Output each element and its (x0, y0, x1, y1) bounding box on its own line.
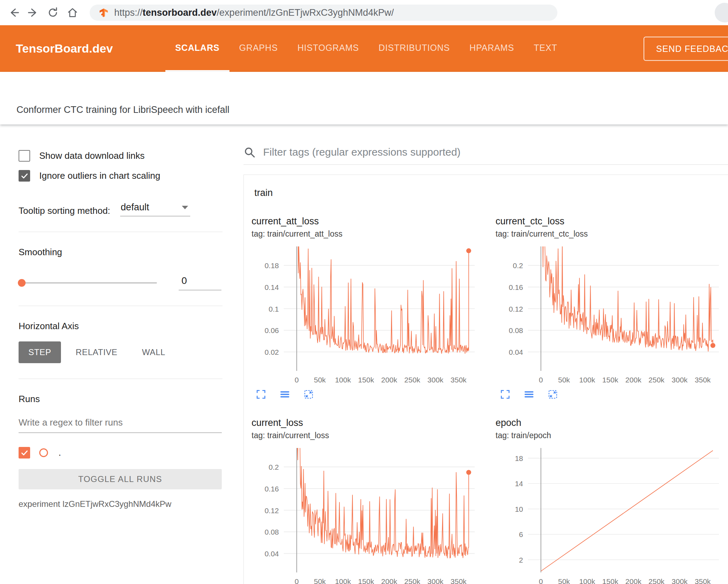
chart-cell-current-ctc-loss: current_ctc_loss tag: train/current_ctc_… (496, 216, 728, 401)
svg-text:250k: 250k (404, 376, 420, 384)
toggle-y-axis-icon[interactable] (524, 389, 534, 401)
top-nav: SCALARS GRAPHS HISTOGRAMS DISTRIBUTIONS … (165, 25, 567, 72)
svg-text:50k: 50k (558, 577, 570, 584)
ignore-outliers-checkbox[interactable] (19, 170, 30, 182)
url-text: https://tensorboard.dev/experiment/lzGnE… (114, 7, 394, 18)
chart-toolbar (252, 389, 485, 401)
svg-text:0.12: 0.12 (509, 305, 523, 313)
svg-text:0.2: 0.2 (513, 262, 523, 270)
svg-text:200k: 200k (625, 376, 641, 384)
svg-text:0: 0 (539, 577, 543, 584)
axis-relative-button[interactable]: RELATIVE (66, 341, 127, 363)
svg-text:0.14: 0.14 (265, 283, 279, 291)
tooltip-sort-label: Tooltip sorting method: (19, 205, 110, 216)
svg-text:0.18: 0.18 (265, 262, 279, 270)
svg-text:0.16: 0.16 (509, 283, 523, 291)
toggle-all-runs-button[interactable]: TOGGLE ALL RUNS (19, 469, 222, 489)
expand-chart-icon[interactable] (256, 389, 266, 401)
experiment-title-bar: Conformer CTC training for LibriSpeech w… (0, 72, 728, 124)
train-section-card: train current_att_loss tag: train/curren… (243, 175, 728, 584)
svg-text:14: 14 (515, 480, 523, 488)
reload-icon[interactable] (45, 5, 61, 21)
svg-text:0.08: 0.08 (509, 326, 523, 334)
slider-thumb[interactable] (18, 279, 26, 287)
tab-scalars[interactable]: SCALARS (165, 25, 229, 72)
line-chart-current-loss[interactable]: 0.040.080.120.160.2050k100k150k200k250k3… (252, 446, 481, 584)
chart-tag: tag: train/current_ctc_loss (496, 229, 728, 239)
tab-text[interactable]: TEXT (524, 25, 567, 72)
svg-text:150k: 150k (602, 376, 618, 384)
sidebar-divider (19, 306, 222, 306)
tab-histograms[interactable]: HISTOGRAMS (288, 25, 369, 72)
svg-text:350k: 350k (695, 376, 711, 384)
chevron-down-icon (182, 206, 188, 209)
svg-text:100k: 100k (579, 376, 595, 384)
smoothing-label: Smoothing (19, 247, 226, 258)
app-header: TensorBoard.dev SCALARS GRAPHS HISTOGRAM… (0, 25, 728, 72)
show-download-links-checkbox[interactable] (19, 150, 30, 162)
svg-text:100k: 100k (579, 577, 595, 584)
filter-tags-input[interactable]: Filter tags (regular expressions support… (243, 146, 728, 165)
line-chart-current-att-loss[interactable]: 0.020.060.10.140.18050k100k150k200k250k3… (252, 244, 481, 386)
experiment-title: Conformer CTC training for LibriSpeech w… (16, 104, 229, 115)
filter-tags-placeholder: Filter tags (regular expressions support… (263, 146, 461, 158)
check-icon (20, 172, 29, 180)
svg-text:250k: 250k (648, 577, 665, 584)
svg-text:350k: 350k (695, 577, 711, 584)
svg-text:300k: 300k (427, 376, 444, 384)
toggle-y-axis-icon[interactable] (280, 389, 290, 401)
runs-filter-placeholder: Write a regex to filter runs (19, 417, 123, 428)
svg-text:6: 6 (519, 530, 523, 538)
sidebar-divider (19, 379, 222, 379)
run-color-swatch-icon[interactable] (39, 448, 48, 457)
svg-text:0: 0 (539, 376, 543, 384)
line-chart-epoch[interactable]: 26101418050k100k150k200k250k300k350k (496, 446, 725, 584)
home-icon[interactable] (64, 5, 81, 21)
axis-wall-button[interactable]: WALL (132, 341, 175, 363)
show-download-links-label: Show data download links (39, 150, 145, 161)
svg-text:50k: 50k (314, 577, 326, 584)
charts-grid: current_att_loss tag: train/current_att_… (244, 198, 728, 584)
runs-label: Runs (19, 394, 226, 405)
chart-title: epoch (496, 417, 728, 428)
svg-text:300k: 300k (672, 376, 688, 384)
send-feedback-button[interactable]: SEND FEEDBACK (644, 36, 728, 61)
svg-text:10: 10 (515, 505, 523, 513)
run-row: . (19, 447, 226, 459)
smoothing-value[interactable]: 0 (179, 275, 221, 290)
chart-title: current_loss (252, 417, 485, 428)
svg-text:0.12: 0.12 (265, 507, 279, 515)
chart-title: current_ctc_loss (496, 216, 728, 227)
tab-hparams[interactable]: HPARAMS (460, 25, 524, 72)
check-icon (20, 449, 29, 457)
tab-distributions[interactable]: DISTRIBUTIONS (369, 25, 460, 72)
expand-chart-icon[interactable] (500, 389, 510, 401)
chart-cell-current-loss: current_loss tag: train/current_loss 0.0… (252, 417, 485, 584)
smoothing-slider[interactable] (19, 282, 157, 284)
section-title: train (244, 185, 728, 198)
svg-text:200k: 200k (381, 376, 397, 384)
sidebar-divider (19, 232, 222, 232)
tooltip-sort-dropdown[interactable]: default (120, 202, 190, 216)
forward-icon[interactable] (25, 5, 41, 21)
svg-text:200k: 200k (625, 577, 641, 584)
tab-graphs[interactable]: GRAPHS (229, 25, 288, 72)
browser-toolbar: https://tensorboard.dev/experiment/lzGnE… (0, 0, 728, 25)
runs-filter-input[interactable]: Write a regex to filter runs (19, 417, 222, 433)
line-chart-current-ctc-loss[interactable]: 0.040.080.120.160.2050k100k150k200k250k3… (496, 244, 725, 386)
svg-text:0.1: 0.1 (269, 305, 279, 313)
back-icon[interactable] (6, 5, 22, 21)
axis-step-button[interactable]: STEP (19, 341, 61, 363)
profile-avatar[interactable] (715, 3, 728, 22)
run-visibility-checkbox[interactable] (19, 447, 30, 459)
tooltip-sort-value: default (121, 202, 149, 213)
fit-domain-icon[interactable] (548, 389, 558, 401)
fit-domain-icon[interactable] (303, 389, 314, 401)
chart-title: current_att_loss (252, 216, 485, 227)
url-bar[interactable]: https://tensorboard.dev/experiment/lzGnE… (90, 5, 557, 21)
tensorboard-favicon-icon (99, 8, 109, 18)
run-name: . (59, 447, 61, 458)
svg-text:150k: 150k (358, 376, 374, 384)
svg-text:18: 18 (515, 454, 523, 462)
svg-text:0.06: 0.06 (265, 326, 279, 334)
